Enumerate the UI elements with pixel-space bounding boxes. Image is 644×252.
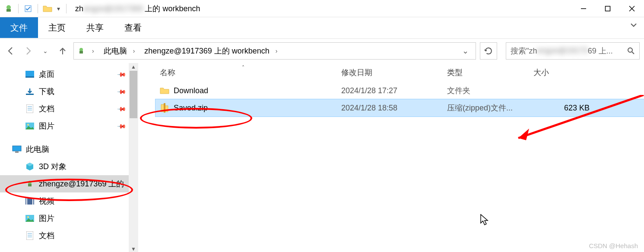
pin-icon: 📌 [117,86,127,96]
breadcrumb-label: zhengze@1917369 上的 workbench [144,46,269,56]
column-name[interactable]: ˄ 名称 [155,67,341,78]
search-placeholder-blurred: engze@19173 [537,46,587,55]
svg-point-9 [628,48,632,52]
svg-rect-11 [25,71,34,76]
quick-access-toolbar: ▾ [0,3,72,14]
pin-icon: 📌 [117,121,127,131]
breadcrumb-chevron[interactable]: › [89,46,98,56]
svg-rect-8 [79,51,83,54]
address-dropdown-icon[interactable]: ⌄ [458,46,473,56]
titlebar: ▾ zhengze@1917369 上的 workbench [0,0,644,17]
svg-point-28 [27,216,29,218]
remote-icon [25,179,35,189]
main-area: 桌面 📌 下载 📌 文档 📌 图片 📌 此电脑 3D 对象 [0,63,644,252]
svg-rect-23 [28,184,32,186]
breadcrumb-label: 此电脑 [104,46,127,56]
tab-home[interactable]: 主页 [38,17,76,38]
properties-icon[interactable] [23,3,33,14]
svg-rect-21 [15,151,19,153]
sidebar-item-pictures[interactable]: 图片 📌 [0,117,138,135]
app-icon [3,3,14,14]
sidebar-item-thispc[interactable]: 此电脑 [0,141,138,158]
qat-dropdown-icon[interactable]: ▾ [55,5,62,12]
title-text: 上的 workbench [145,4,200,13]
sidebar-item-desktop[interactable]: 桌面 📌 [0,66,138,83]
forward-button[interactable] [22,44,35,57]
search-input[interactable]: 搜索"zhengze@1917369 上... [506,42,640,60]
download-icon [25,87,35,96]
separator [18,4,19,13]
column-date[interactable]: 修改日期 [341,67,447,78]
maximize-button[interactable] [596,0,620,17]
3d-icon [25,162,35,171]
svg-rect-12 [25,76,34,78]
svg-rect-33 [164,103,165,113]
sidebar-item-videos[interactable]: 视频 [0,192,138,210]
svg-rect-4 [606,6,610,11]
close-button[interactable] [620,0,644,17]
sidebar-item-documents-pc[interactable]: 文档 [0,227,138,244]
folder-icon [160,86,169,95]
ribbon-expand-icon[interactable] [623,17,644,33]
file-size: 623 KB [533,104,590,113]
sidebar-item-label: 视频 [39,196,54,206]
file-date: 2024/1/28 18:58 [341,104,447,113]
file-name: Download [174,86,208,95]
file-type: 文件夹 [447,85,533,96]
video-icon [25,196,35,206]
cursor-icon [480,214,489,225]
svg-rect-1 [6,9,11,12]
sidebar-item-documents[interactable]: 文档 📌 [0,100,138,117]
sidebar-item-downloads[interactable]: 下载 📌 [0,83,138,100]
scroll-thumb[interactable] [130,71,137,118]
history-dropdown-icon[interactable]: ⌄ [39,44,52,57]
breadcrumb-item[interactable]: zhengze@1917369 上的 workbench› [141,44,281,58]
column-size[interactable]: 大小 [533,67,590,78]
separator [66,4,67,13]
sidebar-item-remote-workbench[interactable]: zhengze@1917369 上的 [0,175,138,192]
navigation-bar: ⌄ › 此电脑› zhengze@1917369 上的 workbench› ⌄… [0,39,644,63]
svg-rect-14 [26,104,33,113]
address-bar[interactable]: › 此电脑› zhengze@1917369 上的 workbench› ⌄ [73,42,476,60]
up-button[interactable] [56,44,69,57]
file-row[interactable]: Saved.zip 2024/1/28 18:58 压缩(zipped)文件..… [155,99,644,117]
tab-file[interactable]: 文件 [0,17,38,38]
back-button[interactable] [4,44,17,57]
breadcrumb-item[interactable]: 此电脑› [100,44,139,58]
window-title: zhengze@1917369 上的 workbench [72,3,200,14]
window-controls [571,0,644,17]
sort-indicator-icon: ˄ [242,65,244,71]
column-type[interactable]: 类型 [447,67,533,78]
sidebar-item-label: 桌面 [39,69,54,79]
svg-point-0 [6,5,11,9]
tab-share[interactable]: 共享 [76,17,114,38]
sidebar-scrollbar[interactable]: ▲ ▼ [129,63,138,252]
pin-icon: 📌 [117,104,127,113]
scroll-up-icon[interactable]: ▲ [129,63,138,71]
column-label: 名称 [160,68,175,77]
separator [38,4,38,13]
column-headers: ˄ 名称 修改日期 类型 大小 [155,63,644,82]
file-name: Saved.zip [174,104,208,113]
sidebar-item-label: zhengze@1917369 上的 [39,179,124,189]
title-text: zh [75,4,83,13]
sidebar-item-pictures-pc[interactable]: 图片 [0,210,138,227]
folder-icon[interactable] [42,3,53,14]
svg-point-7 [79,48,83,51]
scroll-down-icon[interactable]: ▼ [129,245,138,252]
file-row[interactable]: Download 2024/1/28 17:27 文件夹 [155,82,644,99]
file-list: ˄ 名称 修改日期 类型 大小 Download 2024/1/28 17:27… [138,63,644,252]
sidebar-item-3dobjects[interactable]: 3D 对象 [0,158,138,175]
sidebar-item-label: 此电脑 [26,144,49,154]
watermark: CSDN @Hehash [589,242,638,249]
refresh-button[interactable] [480,42,497,60]
tab-view[interactable]: 查看 [114,17,152,38]
minimize-button[interactable] [571,0,596,17]
sidebar-item-label: 下载 [39,86,54,97]
search-placeholder: 69 上... [588,46,613,56]
picture-icon [25,214,35,223]
svg-rect-20 [13,146,21,151]
desktop-icon [25,69,35,79]
picture-icon [25,121,35,131]
svg-rect-25 [26,198,27,205]
